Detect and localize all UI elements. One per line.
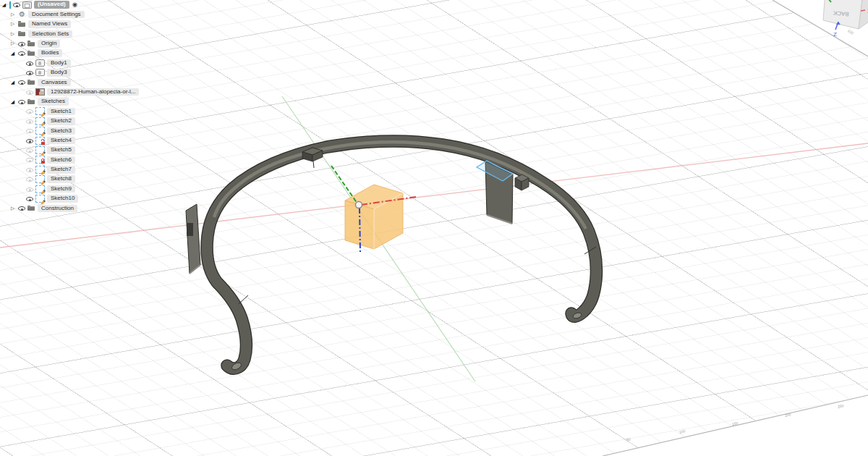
document-title[interactable]: (Unsaved) xyxy=(34,1,69,9)
row-label[interactable]: Sketch7 xyxy=(47,166,75,174)
browser-row-sketch2[interactable]: Sketch2 xyxy=(0,117,166,126)
sketch-icon xyxy=(35,195,45,203)
row-label[interactable]: Sketch2 xyxy=(47,117,75,125)
visibility-eye-icon[interactable] xyxy=(26,108,33,115)
sketch-locked-icon xyxy=(35,137,45,145)
row-label[interactable]: Sketch1 xyxy=(47,108,75,116)
browser-row-sketch7[interactable]: Sketch7 xyxy=(0,165,166,174)
folder-icon xyxy=(27,98,35,106)
activate-component-radio[interactable]: ◉ xyxy=(72,1,77,8)
viewcube[interactable]: BACK X Z xyxy=(823,0,868,38)
row-label[interactable]: Canvases xyxy=(38,79,71,87)
browser-row-construction[interactable]: ▷ Construction xyxy=(0,203,166,213)
row-label[interactable]: Sketch3 xyxy=(47,127,75,135)
expand-open-icon[interactable]: ◢ xyxy=(9,80,16,85)
expand-open-icon[interactable]: ◢ xyxy=(9,99,16,104)
grid-label: 100 xyxy=(847,28,854,35)
browser-row-root-component[interactable]: ◢ (Unsaved) ◉ xyxy=(0,0,166,9)
row-label[interactable]: Sketch4 xyxy=(47,137,75,145)
folder-icon xyxy=(27,79,35,86)
browser-row-sketch1[interactable]: Sketch1 xyxy=(0,106,166,116)
row-label[interactable]: Sketches xyxy=(38,98,69,106)
browser-row-sketch3[interactable]: Sketch3 xyxy=(0,126,166,135)
canvas-image-icon xyxy=(35,88,45,96)
row-label[interactable]: Named Views xyxy=(28,20,71,28)
visibility-eye-icon[interactable] xyxy=(18,40,25,47)
browser-row-sketch9[interactable]: Sketch9 xyxy=(0,184,166,193)
browser-row-canvases[interactable]: ◢ Canvases xyxy=(0,77,166,87)
row-label[interactable]: Body3 xyxy=(47,69,71,77)
sketch-icon xyxy=(35,175,45,183)
visibility-eye-icon[interactable] xyxy=(18,79,25,86)
row-label[interactable]: 12928872-Human-alopecia-or-l... xyxy=(47,88,139,96)
sketch-locked-icon xyxy=(35,156,45,164)
browser-row-body1[interactable]: Body1 xyxy=(0,58,166,67)
expand-closed-icon[interactable]: ▷ xyxy=(9,32,16,37)
sketch-icon xyxy=(35,146,45,154)
expand-closed-icon[interactable]: ▷ xyxy=(9,206,16,211)
grid-label: 250 xyxy=(837,403,843,409)
component-icon xyxy=(22,1,32,9)
row-label[interactable]: Sketch10 xyxy=(47,195,78,203)
browser-row-sketch5[interactable]: Sketch5 xyxy=(0,145,166,155)
visibility-eye-icon[interactable] xyxy=(13,1,20,9)
visibility-eye-icon[interactable] xyxy=(18,50,25,57)
fusion-viewport[interactable]: BACK X Z 50 100 150 200 250 100 ◢ (Unsav… xyxy=(0,0,868,456)
visibility-eye-icon[interactable] xyxy=(26,137,33,144)
sketch-icon xyxy=(35,107,45,115)
row-label[interactable]: Sketch9 xyxy=(47,185,75,193)
browser-row-canvas-image[interactable]: 12928872-Human-alopecia-or-l... xyxy=(0,88,166,97)
browser-row-sketch10[interactable]: Sketch10 xyxy=(0,194,166,203)
visibility-eye-icon[interactable] xyxy=(26,69,33,76)
browser-row-sketch4[interactable]: Sketch4 xyxy=(0,135,166,145)
browser-row-sketch6[interactable]: Sketch6 xyxy=(0,155,166,164)
row-label[interactable]: Selection Sets xyxy=(28,30,72,38)
gear-icon: ⚙ xyxy=(18,11,26,18)
expand-open-icon[interactable]: ◢ xyxy=(1,2,7,7)
sketch-icon xyxy=(35,117,45,125)
visibility-eye-icon[interactable] xyxy=(26,156,33,164)
browser-row-bodies[interactable]: ◢ Bodies xyxy=(0,48,166,58)
visibility-eye-icon[interactable] xyxy=(26,176,33,183)
browser-row-sketches[interactable]: ◢ Sketches xyxy=(0,97,166,106)
row-label[interactable]: Bodies xyxy=(38,49,62,57)
visibility-eye-icon[interactable] xyxy=(26,88,33,96)
visibility-eye-icon[interactable] xyxy=(18,98,25,106)
visibility-eye-icon[interactable] xyxy=(26,127,33,135)
row-label[interactable]: Sketch8 xyxy=(47,175,75,183)
folder-icon xyxy=(27,40,35,47)
row-label[interactable]: Construction xyxy=(38,205,77,213)
visibility-eye-icon[interactable] xyxy=(26,185,33,193)
visibility-eye-icon[interactable] xyxy=(26,195,33,203)
visibility-eye-icon[interactable] xyxy=(26,117,33,124)
row-label[interactable]: Document Settings xyxy=(28,11,85,19)
browser-row-document-settings[interactable]: ▷ ⚙ Document Settings xyxy=(0,9,166,19)
origin-point[interactable] xyxy=(356,202,362,208)
body-icon xyxy=(35,59,45,67)
visibility-eye-icon[interactable] xyxy=(26,166,33,173)
grid-label: 150 xyxy=(731,421,738,426)
sketch-icon xyxy=(35,185,45,193)
visibility-eye-icon[interactable] xyxy=(26,59,33,67)
left-plate-notch xyxy=(187,223,193,236)
visibility-eye-icon[interactable] xyxy=(26,147,33,154)
browser-row-named-views[interactable]: ▷ Named Views xyxy=(0,20,166,29)
browser-tree: ◢ (Unsaved) ◉ ▷ ⚙ Document Settings ▷ Na… xyxy=(0,0,166,214)
expand-closed-icon[interactable]: ▷ xyxy=(9,41,16,46)
browser-row-body3[interactable]: Body3 xyxy=(0,68,166,77)
row-label[interactable]: Body1 xyxy=(47,59,71,67)
expand-closed-icon[interactable]: ▷ xyxy=(9,12,16,17)
expand-open-icon[interactable]: ◢ xyxy=(9,51,16,56)
grid-label: 200 xyxy=(784,412,791,418)
expand-closed-icon[interactable]: ▷ xyxy=(9,22,16,27)
row-label[interactable]: Sketch5 xyxy=(47,146,75,154)
browser-row-origin[interactable]: ▷ Origin xyxy=(0,39,166,48)
right-clip-block[interactable] xyxy=(515,174,529,190)
sketch-icon xyxy=(35,166,45,174)
browser-row-selection-sets[interactable]: ▷ Selection Sets xyxy=(0,29,166,38)
folder-icon xyxy=(27,50,35,57)
visibility-eye-icon[interactable] xyxy=(18,205,25,212)
browser-row-sketch8[interactable]: Sketch8 xyxy=(0,174,166,184)
row-label[interactable]: Origin xyxy=(38,40,60,48)
row-label[interactable]: Sketch6 xyxy=(47,156,75,164)
